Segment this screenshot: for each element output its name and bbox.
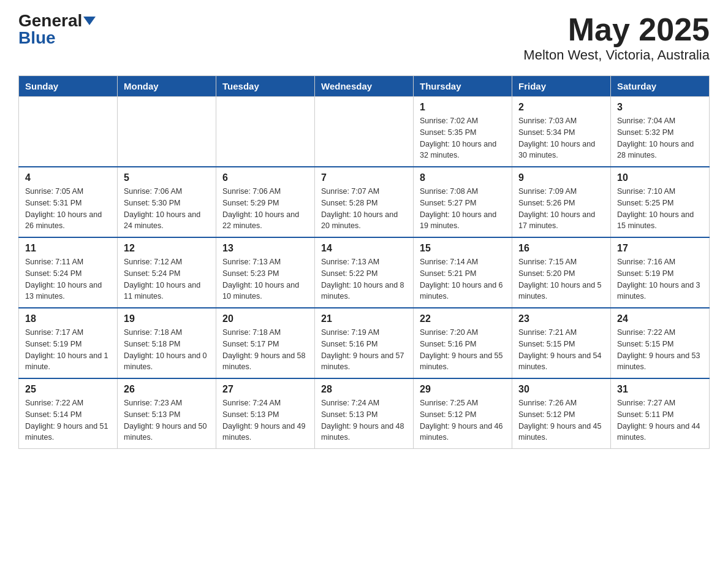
calendar-cell: 27Sunrise: 7:24 AM Sunset: 5:13 PM Dayli… bbox=[216, 378, 315, 449]
day-info: Sunrise: 7:06 AM Sunset: 5:30 PM Dayligh… bbox=[124, 186, 210, 232]
day-number: 18 bbox=[25, 313, 111, 324]
day-info: Sunrise: 7:25 AM Sunset: 5:12 PM Dayligh… bbox=[420, 397, 506, 443]
calendar-cell: 14Sunrise: 7:13 AM Sunset: 5:22 PM Dayli… bbox=[315, 237, 414, 308]
calendar-cell: 31Sunrise: 7:27 AM Sunset: 5:11 PM Dayli… bbox=[611, 378, 710, 449]
weekday-header-thursday: Thursday bbox=[414, 76, 512, 97]
calendar-cell: 3Sunrise: 7:04 AM Sunset: 5:32 PM Daylig… bbox=[611, 97, 710, 167]
calendar-cell: 16Sunrise: 7:15 AM Sunset: 5:20 PM Dayli… bbox=[512, 237, 611, 308]
calendar-cell: 12Sunrise: 7:12 AM Sunset: 5:24 PM Dayli… bbox=[118, 237, 216, 308]
logo: General Blue bbox=[18, 12, 96, 47]
day-info: Sunrise: 7:15 AM Sunset: 5:20 PM Dayligh… bbox=[518, 256, 604, 302]
day-number: 9 bbox=[518, 172, 604, 183]
calendar-cell: 26Sunrise: 7:23 AM Sunset: 5:13 PM Dayli… bbox=[118, 378, 216, 449]
day-number: 10 bbox=[617, 172, 703, 183]
week-row-2: 4Sunrise: 7:05 AM Sunset: 5:31 PM Daylig… bbox=[19, 167, 710, 237]
logo-blue: Blue bbox=[18, 29, 56, 47]
calendar-cell: 29Sunrise: 7:25 AM Sunset: 5:12 PM Dayli… bbox=[414, 378, 512, 449]
calendar-cell: 19Sunrise: 7:18 AM Sunset: 5:18 PM Dayli… bbox=[118, 308, 216, 378]
month-title: May 2025 bbox=[523, 12, 710, 47]
day-info: Sunrise: 7:26 AM Sunset: 5:12 PM Dayligh… bbox=[518, 397, 604, 443]
calendar-cell: 24Sunrise: 7:22 AM Sunset: 5:15 PM Dayli… bbox=[611, 308, 710, 378]
day-number: 15 bbox=[420, 243, 506, 254]
day-number: 17 bbox=[617, 243, 703, 254]
weekday-header-tuesday: Tuesday bbox=[216, 76, 315, 97]
day-number: 14 bbox=[321, 243, 407, 254]
day-number: 12 bbox=[124, 243, 210, 254]
day-info: Sunrise: 7:10 AM Sunset: 5:25 PM Dayligh… bbox=[617, 186, 703, 232]
day-info: Sunrise: 7:21 AM Sunset: 5:15 PM Dayligh… bbox=[518, 327, 604, 373]
day-number: 27 bbox=[222, 384, 308, 395]
day-number: 13 bbox=[222, 243, 308, 254]
weekday-header-sunday: Sunday bbox=[19, 76, 118, 97]
day-number: 30 bbox=[518, 384, 604, 395]
day-number: 8 bbox=[420, 172, 506, 183]
day-info: Sunrise: 7:08 AM Sunset: 5:27 PM Dayligh… bbox=[420, 186, 506, 232]
day-info: Sunrise: 7:22 AM Sunset: 5:14 PM Dayligh… bbox=[25, 397, 111, 443]
day-number: 20 bbox=[222, 313, 308, 324]
calendar-cell: 17Sunrise: 7:16 AM Sunset: 5:19 PM Dayli… bbox=[611, 237, 710, 308]
day-info: Sunrise: 7:09 AM Sunset: 5:26 PM Dayligh… bbox=[518, 186, 604, 232]
day-number: 3 bbox=[617, 102, 703, 113]
calendar-cell: 28Sunrise: 7:24 AM Sunset: 5:13 PM Dayli… bbox=[315, 378, 414, 449]
calendar-cell: 15Sunrise: 7:14 AM Sunset: 5:21 PM Dayli… bbox=[414, 237, 512, 308]
day-info: Sunrise: 7:19 AM Sunset: 5:16 PM Dayligh… bbox=[321, 327, 407, 373]
calendar-cell: 20Sunrise: 7:18 AM Sunset: 5:17 PM Dayli… bbox=[216, 308, 315, 378]
page-header: General Blue May 2025 Melton West, Victo… bbox=[18, 12, 710, 63]
weekday-header-monday: Monday bbox=[118, 76, 216, 97]
calendar-cell bbox=[19, 97, 118, 167]
calendar-cell bbox=[315, 97, 414, 167]
calendar-cell: 5Sunrise: 7:06 AM Sunset: 5:30 PM Daylig… bbox=[118, 167, 216, 237]
day-info: Sunrise: 7:03 AM Sunset: 5:34 PM Dayligh… bbox=[518, 115, 604, 161]
day-number: 26 bbox=[124, 384, 210, 395]
logo-general: General bbox=[18, 12, 82, 29]
day-number: 2 bbox=[518, 102, 604, 113]
weekday-header-wednesday: Wednesday bbox=[315, 76, 414, 97]
day-info: Sunrise: 7:05 AM Sunset: 5:31 PM Dayligh… bbox=[25, 186, 111, 232]
day-info: Sunrise: 7:23 AM Sunset: 5:13 PM Dayligh… bbox=[124, 397, 210, 443]
calendar-cell: 30Sunrise: 7:26 AM Sunset: 5:12 PM Dayli… bbox=[512, 378, 611, 449]
day-info: Sunrise: 7:27 AM Sunset: 5:11 PM Dayligh… bbox=[617, 397, 703, 443]
day-number: 5 bbox=[124, 172, 210, 183]
day-number: 6 bbox=[222, 172, 308, 183]
day-number: 4 bbox=[25, 172, 111, 183]
day-info: Sunrise: 7:17 AM Sunset: 5:19 PM Dayligh… bbox=[25, 327, 111, 373]
day-number: 1 bbox=[420, 102, 506, 113]
day-info: Sunrise: 7:11 AM Sunset: 5:24 PM Dayligh… bbox=[25, 256, 111, 302]
calendar-cell: 9Sunrise: 7:09 AM Sunset: 5:26 PM Daylig… bbox=[512, 167, 611, 237]
day-info: Sunrise: 7:06 AM Sunset: 5:29 PM Dayligh… bbox=[222, 186, 308, 232]
calendar-cell: 18Sunrise: 7:17 AM Sunset: 5:19 PM Dayli… bbox=[19, 308, 118, 378]
day-info: Sunrise: 7:13 AM Sunset: 5:23 PM Dayligh… bbox=[222, 256, 308, 302]
day-info: Sunrise: 7:02 AM Sunset: 5:35 PM Dayligh… bbox=[420, 115, 506, 161]
day-number: 16 bbox=[518, 243, 604, 254]
day-number: 29 bbox=[420, 384, 506, 395]
weekday-header-saturday: Saturday bbox=[611, 76, 710, 97]
calendar-cell: 22Sunrise: 7:20 AM Sunset: 5:16 PM Dayli… bbox=[414, 308, 512, 378]
calendar-cell: 11Sunrise: 7:11 AM Sunset: 5:24 PM Dayli… bbox=[19, 237, 118, 308]
calendar-cell: 23Sunrise: 7:21 AM Sunset: 5:15 PM Dayli… bbox=[512, 308, 611, 378]
day-info: Sunrise: 7:22 AM Sunset: 5:15 PM Dayligh… bbox=[617, 327, 703, 373]
header-row: SundayMondayTuesdayWednesdayThursdayFrid… bbox=[19, 76, 710, 97]
day-info: Sunrise: 7:24 AM Sunset: 5:13 PM Dayligh… bbox=[222, 397, 308, 443]
calendar-cell: 7Sunrise: 7:07 AM Sunset: 5:28 PM Daylig… bbox=[315, 167, 414, 237]
day-number: 24 bbox=[617, 313, 703, 324]
day-info: Sunrise: 7:20 AM Sunset: 5:16 PM Dayligh… bbox=[420, 327, 506, 373]
calendar-cell: 1Sunrise: 7:02 AM Sunset: 5:35 PM Daylig… bbox=[414, 97, 512, 167]
week-row-4: 18Sunrise: 7:17 AM Sunset: 5:19 PM Dayli… bbox=[19, 308, 710, 378]
calendar-cell bbox=[216, 97, 315, 167]
calendar-cell: 8Sunrise: 7:08 AM Sunset: 5:27 PM Daylig… bbox=[414, 167, 512, 237]
day-number: 7 bbox=[321, 172, 407, 183]
day-info: Sunrise: 7:16 AM Sunset: 5:19 PM Dayligh… bbox=[617, 256, 703, 302]
day-info: Sunrise: 7:18 AM Sunset: 5:17 PM Dayligh… bbox=[222, 327, 308, 373]
day-info: Sunrise: 7:04 AM Sunset: 5:32 PM Dayligh… bbox=[617, 115, 703, 161]
title-area: May 2025 Melton West, Victoria, Australi… bbox=[523, 12, 710, 63]
day-info: Sunrise: 7:14 AM Sunset: 5:21 PM Dayligh… bbox=[420, 256, 506, 302]
day-number: 19 bbox=[124, 313, 210, 324]
calendar-cell: 10Sunrise: 7:10 AM Sunset: 5:25 PM Dayli… bbox=[611, 167, 710, 237]
week-row-1: 1Sunrise: 7:02 AM Sunset: 5:35 PM Daylig… bbox=[19, 97, 710, 167]
weekday-header-friday: Friday bbox=[512, 76, 611, 97]
calendar-cell: 6Sunrise: 7:06 AM Sunset: 5:29 PM Daylig… bbox=[216, 167, 315, 237]
calendar-cell: 25Sunrise: 7:22 AM Sunset: 5:14 PM Dayli… bbox=[19, 378, 118, 449]
calendar-cell: 13Sunrise: 7:13 AM Sunset: 5:23 PM Dayli… bbox=[216, 237, 315, 308]
day-info: Sunrise: 7:13 AM Sunset: 5:22 PM Dayligh… bbox=[321, 256, 407, 302]
day-number: 31 bbox=[617, 384, 703, 395]
